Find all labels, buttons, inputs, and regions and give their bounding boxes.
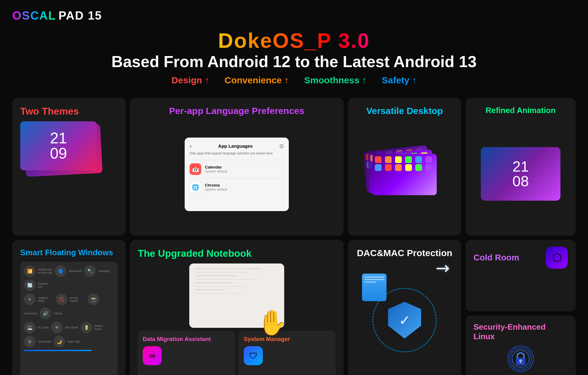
chrome-default: System default <box>205 188 227 191</box>
fv-brightness-bar[interactable] <box>24 350 92 351</box>
feature-smoothness: Smoothness ↑ <box>304 75 366 85</box>
dac-visual: ✓ ↗ <box>356 261 453 375</box>
desktop-title: Versatile Desktop <box>356 106 453 116</box>
app-language-card: ‹ App Languages ⊙ Only apps that support… <box>185 138 289 211</box>
fv-pc-icon[interactable]: 💻 <box>24 322 36 333</box>
notebook-sub-cards: Data Migration Assistant ∞ System Manage… <box>138 331 336 375</box>
migration-title: Data Migration Assistant <box>143 336 230 343</box>
fv-rotate-icon[interactable]: 🔄 <box>24 279 36 291</box>
animation-tablet: 21 08 <box>481 147 560 201</box>
alc-title-text: App Languages <box>218 143 253 149</box>
card-floating: Smart Floating Windows 📶 Mobile DataNo S… <box>12 240 126 375</box>
alc-back-icon[interactable]: ‹ <box>190 142 192 150</box>
alc-search-icon[interactable]: ⊙ <box>279 143 284 150</box>
anim-time-m: 08 <box>512 174 529 189</box>
anim-time-h: 21 <box>512 159 529 174</box>
floating-visual: 📶 Mobile DataNo SIM card 🔵 Bluetooth® 🔦 … <box>20 262 118 375</box>
desktop-screen-1 <box>372 154 437 195</box>
two-themes-title: Two Themes <box>20 106 118 117</box>
fv-row-2: ✈ Airplane Mode 🚫 Do Not Disturb 📸 Scree… <box>24 294 114 319</box>
cold-room-hex-icon: ⬡ <box>546 247 568 269</box>
header-section: OSCAL PAD 15 DokeOS_P 3.0 Based From And… <box>0 0 588 98</box>
tablet-time-hour: 21 <box>50 131 67 146</box>
fv-screen-icon[interactable]: 🖥 <box>24 336 36 347</box>
fv-dnd-icon[interactable]: 🚫 <box>56 294 67 305</box>
migration-icon: ∞ <box>143 346 162 365</box>
notebook-tablet: 🤚 <box>189 263 284 328</box>
desktop-visual <box>356 121 453 228</box>
tablet-time-min: 09 <box>50 146 67 161</box>
fv-night-label: Night Light <box>68 340 80 343</box>
themes-visual: 21 09 <box>20 121 118 228</box>
fv-bt-label: Bluetooth® <box>69 270 82 273</box>
fv-vol-icon[interactable]: 🔊 <box>40 308 51 319</box>
alc-calendar-info: Calendar System default <box>205 165 227 173</box>
features-row: Design ↑ Convenience ↑ Smoothness ↑ Safe… <box>12 75 576 85</box>
svg-rect-5 <box>520 361 521 363</box>
fv-flash-label: Flashlight <box>98 270 109 273</box>
security-lock-icon <box>507 345 534 375</box>
notebook-visual: 🤚 Data Migration Assistant ∞ System Mana… <box>138 263 336 375</box>
chrome-icon: 🌐 <box>190 181 201 193</box>
dac-title: DAC&MAC Protection <box>356 248 453 258</box>
brand-pad-text: PAD 15 <box>58 9 102 22</box>
notebook-title: The Upgraded Notebook <box>138 248 336 259</box>
dac-document <box>362 274 386 301</box>
hand-icon: 🤚 <box>257 308 287 337</box>
fv-wifi-label: Mobile DataNo SIM card <box>38 268 52 274</box>
calendar-name: Calendar <box>205 165 227 169</box>
card-animation: Refined Animation 21 08 <box>466 98 576 236</box>
alc-calendar-item[interactable]: 📅 Calendar System default <box>190 160 284 178</box>
animation-title: Refined Animation <box>473 106 568 115</box>
language-visual: ‹ App Languages ⊙ Only apps that support… <box>138 121 336 228</box>
security-linux-title: Security-Enhanced Linux <box>473 322 568 341</box>
animation-visual: 21 08 <box>473 120 568 228</box>
fv-airplane-icon[interactable]: ✈ <box>24 294 36 305</box>
fv-rotate-label: Direction lock <box>38 282 53 288</box>
shield-check-icon: ✓ <box>399 312 410 328</box>
fv-wifi-icon[interactable]: 📶 <box>24 265 36 277</box>
alc-header: ‹ App Languages ⊙ <box>190 142 284 150</box>
fv-flash-icon[interactable]: 🔦 <box>84 265 96 277</box>
brand-logo: OSCAL PAD 15 <box>12 9 576 22</box>
alc-chrome-item[interactable]: 🌐 Chrome System default <box>190 178 284 196</box>
fv-airplane-label: Airplane Mode <box>38 296 53 302</box>
alc-subtitle: Only apps that support language selectio… <box>190 151 284 156</box>
fv-pc-label: PC Mode <box>38 326 49 329</box>
fv-dnd-label: Do Not Disturb <box>70 296 85 302</box>
system-manager-card: System Manager 🛡 <box>239 331 336 375</box>
alc-chrome-info: Chrome System default <box>205 183 227 191</box>
card-desktop: Versatile Desktop <box>348 98 461 236</box>
notebook-top: 🤚 <box>138 263 336 328</box>
cold-room-header: Cold Room ⬡ <box>473 247 568 269</box>
card-cold-security-group: Cold Room ⬡ Security-Enhanced Linux <box>466 240 576 375</box>
main-title-section: DokeOS_P 3.0 Based From Android 12 to th… <box>12 28 576 85</box>
row1-cards: Two Themes 21 09 Per-app Language Prefer… <box>0 98 588 236</box>
card-two-themes: Two Themes 21 09 <box>12 98 126 236</box>
card-cold-room: Cold Room ⬡ <box>466 240 576 311</box>
fv-battery-icon[interactable]: 🔋 <box>81 322 92 333</box>
fv-screenshot-icon[interactable]: 📸 <box>88 294 99 305</box>
fv-screenshot-label: Screenshot <box>24 312 37 315</box>
android-subtitle: Based From Android 12 to the Latest Andr… <box>12 52 576 71</box>
floating-title: Smart Floating Windows <box>20 248 118 257</box>
feature-design: Design ↑ <box>172 75 209 85</box>
feature-convenience: Convenience ↑ <box>224 75 289 85</box>
fv-row-3: 💻 PC Mode 👁 Eye Shade 🔋 Battery Saver 🖥 … <box>24 322 114 347</box>
feature-safety: Safety ↑ <box>382 75 417 85</box>
fv-bt-icon[interactable]: 🔵 <box>55 265 66 277</box>
fv-eye-icon[interactable]: 👁 <box>51 322 63 333</box>
brand-oscal-text: OSCAL <box>12 9 56 22</box>
fv-screen-label: Screencast <box>38 340 51 343</box>
doke-os-title: DokeOS_P 3.0 <box>12 28 576 52</box>
fv-vol-label: Volume <box>54 312 62 315</box>
fv-eye-label: Eye Shade <box>65 326 78 329</box>
cold-room-title: Cold Room <box>473 253 519 263</box>
fv-row-1: 📶 Mobile DataNo SIM card 🔵 Bluetooth® 🔦 … <box>24 265 114 291</box>
calendar-default: System default <box>205 169 227 173</box>
system-manager-icon: 🛡 <box>244 346 263 365</box>
migration-card: Data Migration Assistant ∞ <box>138 331 235 375</box>
card-language: Per-app Language Preferences ‹ App Langu… <box>130 98 344 236</box>
fv-night-icon[interactable]: 🌙 <box>54 336 65 347</box>
calendar-icon: 📅 <box>190 163 201 175</box>
